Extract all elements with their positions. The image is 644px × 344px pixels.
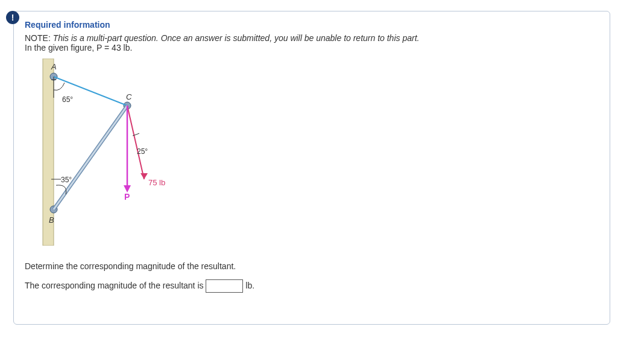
svg-text:35°: 35°: [61, 176, 72, 184]
svg-text:C: C: [126, 92, 132, 101]
svg-marker-8: [140, 173, 148, 179]
answer-unit: lb.: [245, 281, 254, 290]
svg-text:75 lb: 75 lb: [148, 178, 165, 187]
question-prompt: Determine the corresponding magnitude of…: [25, 261, 599, 271]
question-panel: Required information NOTE: This is a mul…: [13, 11, 610, 325]
svg-line-6: [54, 106, 127, 209]
svg-line-7: [127, 106, 144, 179]
svg-text:A: A: [51, 62, 57, 71]
resultant-input[interactable]: [206, 279, 243, 293]
svg-text:25°: 25°: [137, 147, 148, 156]
note-label: NOTE:: [25, 33, 51, 43]
svg-text:65°: 65°: [62, 95, 73, 104]
given-statement: In the given figure, P = 43 lb.: [25, 43, 599, 53]
note-line: NOTE: This is a multi-part question. Onc…: [25, 33, 599, 43]
answer-lead-text: The corresponding magnitude of the resul…: [25, 281, 204, 290]
svg-text:B: B: [49, 215, 54, 225]
required-info-title: Required information: [25, 20, 599, 30]
figure-diagram: A B C 65° 35° 25° 75 lb P: [25, 59, 182, 246]
svg-text:P: P: [124, 192, 130, 202]
alert-icon: !: [6, 11, 19, 24]
note-text: This is a multi-part question. Once an a…: [53, 33, 420, 43]
